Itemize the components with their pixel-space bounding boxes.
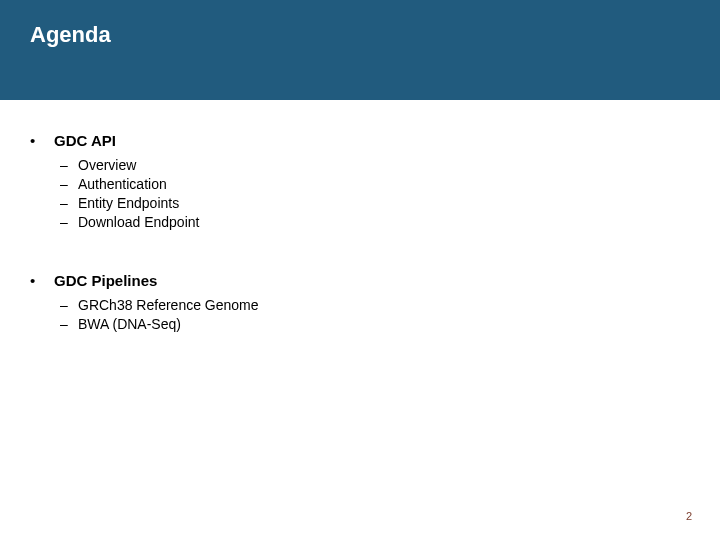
slide-title: Agenda	[30, 22, 690, 48]
list-item: – GRCh38 Reference Genome	[30, 297, 690, 313]
sub-item-label: Entity Endpoints	[78, 195, 179, 211]
dash-icon: –	[60, 195, 78, 211]
dash-icon: –	[60, 316, 78, 332]
sub-item-label: GRCh38 Reference Genome	[78, 297, 259, 313]
sub-item-label: BWA (DNA-Seq)	[78, 316, 181, 332]
list-item: – BWA (DNA-Seq)	[30, 316, 690, 332]
dash-icon: –	[60, 176, 78, 192]
page-number: 2	[686, 510, 692, 522]
section-title-row: • GDC Pipelines	[30, 270, 690, 289]
bullet-icon: •	[30, 130, 54, 148]
section-title-row: • GDC API	[30, 130, 690, 149]
sub-item-label: Overview	[78, 157, 136, 173]
bullet-icon: •	[30, 270, 54, 288]
dash-icon: –	[60, 297, 78, 313]
slide-content: • GDC API – Overview – Authentication – …	[0, 100, 720, 332]
list-item: – Overview	[30, 157, 690, 173]
list-item: – Entity Endpoints	[30, 195, 690, 211]
list-item: – Download Endpoint	[30, 214, 690, 230]
list-item: – Authentication	[30, 176, 690, 192]
section-title: GDC API	[54, 132, 116, 149]
dash-icon: –	[60, 157, 78, 173]
sub-item-label: Authentication	[78, 176, 167, 192]
agenda-section: • GDC API – Overview – Authentication – …	[30, 130, 690, 230]
agenda-section: • GDC Pipelines – GRCh38 Reference Genom…	[30, 270, 690, 332]
sub-item-label: Download Endpoint	[78, 214, 199, 230]
dash-icon: –	[60, 214, 78, 230]
section-title: GDC Pipelines	[54, 272, 157, 289]
slide-header: Agenda	[0, 0, 720, 100]
